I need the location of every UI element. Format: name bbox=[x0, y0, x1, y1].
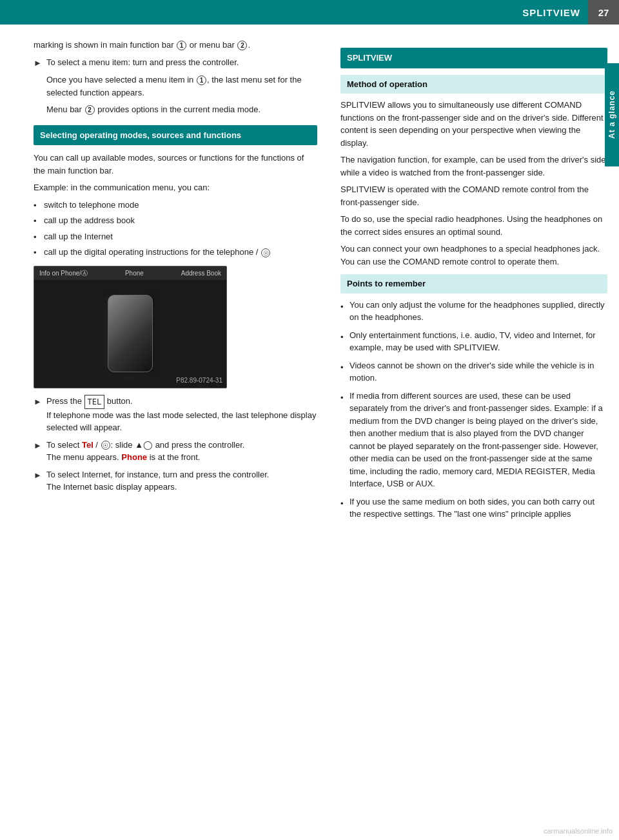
point-text-3: Videos cannot be shown on the driver's s… bbox=[349, 359, 607, 385]
globe-icon: ☉ bbox=[261, 248, 270, 257]
subtext-once-selected: Once you have selected a menu item in 1,… bbox=[46, 74, 317, 99]
point-dot-2: • bbox=[340, 331, 346, 344]
tel-link: Tel bbox=[82, 440, 93, 450]
subtext-menu-bar: Menu bar 2 provides options in the curre… bbox=[46, 103, 317, 116]
point-dot-4: • bbox=[340, 392, 346, 405]
point-text-5: If you use the same medium on both sides… bbox=[349, 495, 607, 521]
bullet-dot-4: • bbox=[34, 246, 40, 259]
bullet-dot-1: • bbox=[34, 199, 40, 212]
arrow-text-select-tel: To select Tel / ☉: slide ▲◯ and press th… bbox=[46, 439, 317, 464]
topbar-center: Phone bbox=[125, 268, 144, 278]
list-item-digital-instructions: • call up the digital operating instruct… bbox=[34, 246, 317, 259]
right-column: SPLITVIEW Method of operation SPLITVIEW … bbox=[329, 25, 619, 840]
phone-image: Info on Phone/Ⓐ Phone Address Book P82.8… bbox=[34, 266, 227, 388]
header-title: SPLITVIEW bbox=[0, 7, 588, 18]
section-intro: You can call up available modes, sources… bbox=[34, 152, 317, 177]
header-bar: SPLITVIEW 27 bbox=[0, 0, 619, 25]
right-para-2: The navigation function, for example, ca… bbox=[340, 154, 607, 179]
phone-caption: P82.89-0724-31 bbox=[176, 375, 222, 385]
arrow-item-press-tel: ► Press the TEL button. If telephone mod… bbox=[34, 395, 317, 434]
point-text-4: If media from different sources are used… bbox=[349, 390, 607, 490]
subheading-method: Method of operation bbox=[340, 75, 607, 94]
point-3: • Videos cannot be shown on the driver's… bbox=[340, 359, 607, 385]
arrow-text-internet: To select Internet, for instance, turn a… bbox=[46, 468, 317, 494]
main-layout: marking is shown in main function bar 1 … bbox=[0, 25, 619, 840]
bullet-text-4: call up the digital operating instructio… bbox=[44, 246, 271, 259]
point-text-2: Only entertainment functions, i.e. audio… bbox=[349, 329, 607, 354]
phone-body bbox=[34, 280, 226, 388]
phone-silhouette bbox=[108, 295, 153, 372]
section-heading-modes: Selecting operating modes, sources and f… bbox=[34, 125, 317, 146]
arrow-item-select-tel: ► To select Tel / ☉: slide ▲◯ and press … bbox=[34, 439, 317, 464]
phone-topbar: Info on Phone/Ⓐ Phone Address Book bbox=[34, 266, 226, 280]
tel-subtext: If telephone mode was the last mode sele… bbox=[46, 410, 316, 433]
bullet-text-3: call up the Internet bbox=[44, 230, 113, 243]
bullet-text-2: call up the address book bbox=[44, 214, 135, 227]
point-2: • Only entertainment functions, i.e. aud… bbox=[340, 329, 607, 354]
list-item-internet: • call up the Internet bbox=[34, 230, 317, 244]
select-tel-subtext: The menu appears. Phone is at the front. bbox=[46, 452, 200, 462]
bullet-dot-3: • bbox=[34, 231, 40, 244]
right-para-1: SPLITVIEW allows you to simultaneously u… bbox=[340, 99, 607, 149]
point-dot-1: • bbox=[340, 301, 346, 314]
point-5: • If you use the same medium on both sid… bbox=[340, 495, 607, 521]
arrow-icon-1: ► bbox=[34, 57, 43, 70]
arrow-icon-tel: ► bbox=[34, 395, 43, 408]
internet-subtext: The Internet basic display appears. bbox=[46, 482, 177, 492]
watermark: carmanualsonline.info bbox=[544, 827, 613, 835]
arrow-icon-internet: ► bbox=[34, 469, 43, 482]
section-heading-splitview: SPLITVIEW bbox=[340, 48, 607, 68]
points-list: • You can only adjust the volume for the… bbox=[340, 299, 607, 521]
right-para-3: SPLITVIEW is operated with the COMAND re… bbox=[340, 183, 607, 208]
point-1: • You can only adjust the volume for the… bbox=[340, 299, 607, 324]
arrow-item-select-internet: ► To select Internet, for instance, turn… bbox=[34, 468, 317, 494]
point-4: • If media from different sources are us… bbox=[340, 390, 607, 490]
point-dot-5: • bbox=[340, 497, 346, 510]
circle-1: 1 bbox=[177, 41, 186, 50]
point-text-1: You can only adjust the volume for the h… bbox=[349, 299, 607, 324]
arrow-text-1: To select a menu item: turn and press th… bbox=[46, 56, 317, 69]
tel-box: TEL bbox=[84, 395, 105, 409]
side-tab: At a glance bbox=[605, 63, 619, 166]
arrow-text-tel: Press the TEL button. If telephone mode … bbox=[46, 395, 317, 434]
list-item-telephone: • switch to telephone mode bbox=[34, 199, 317, 212]
bullet-dot-2: • bbox=[34, 215, 40, 228]
phone-link: Phone bbox=[121, 452, 147, 462]
list-item-address-book: • call up the address book bbox=[34, 214, 317, 228]
circle-1b: 1 bbox=[197, 75, 206, 85]
topbar-left: Info on Phone/Ⓐ bbox=[39, 268, 88, 278]
example-text: Example: in the communication menu, you … bbox=[34, 181, 317, 194]
circle-2: 2 bbox=[237, 41, 247, 50]
arrow-icon-select-tel: ► bbox=[34, 439, 43, 452]
side-tab-label: At a glance bbox=[606, 90, 618, 139]
intro-text: marking is shown in main function bar bbox=[34, 40, 174, 50]
right-para-5: You can connect your own headphones to a… bbox=[340, 243, 607, 268]
arrow-item-select-menu: ► To select a menu item: turn and press … bbox=[34, 56, 317, 70]
circle-2b: 2 bbox=[85, 105, 95, 115]
bullet-text-1: switch to telephone mode bbox=[44, 199, 139, 212]
globe-icon-2: ☉ bbox=[101, 441, 110, 450]
subheading-points: Points to remember bbox=[340, 274, 607, 294]
right-para-4: To do so, use the special radio headphon… bbox=[340, 213, 607, 238]
intro-text2: menu bar bbox=[199, 40, 235, 50]
page-number: 27 bbox=[588, 0, 619, 25]
intro-or: or bbox=[190, 40, 197, 50]
point-dot-3: • bbox=[340, 361, 346, 374]
left-column: marking is shown in main function bar 1 … bbox=[0, 25, 329, 840]
topbar-right: Address Book bbox=[181, 268, 221, 278]
modes-bullet-list: • switch to telephone mode • call up the… bbox=[34, 199, 317, 259]
intro-paragraph: marking is shown in main function bar 1 … bbox=[34, 39, 317, 52]
